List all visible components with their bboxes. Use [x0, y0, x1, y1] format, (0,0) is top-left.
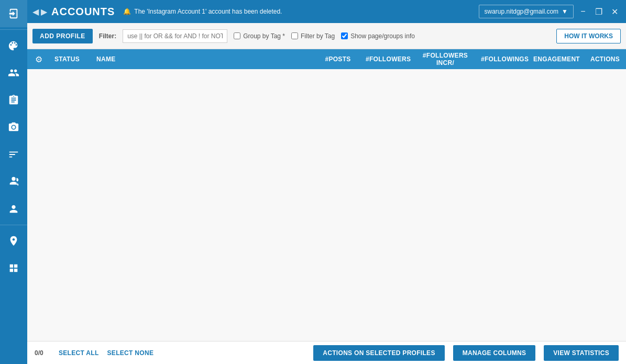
- topbar: ◀ ▶ ACCOUNTS 🔔 The 'Instagram Account 1'…: [27, 0, 626, 23]
- sidebar-divider-2: [0, 225, 27, 225]
- sidebar-item-clipboard[interactable]: [0, 86, 27, 114]
- nav-arrows: ◀ ▶: [32, 7, 47, 17]
- bell-icon: 🔔: [123, 8, 131, 15]
- notification-text: The 'Instagram Account 1' account has be…: [134, 8, 282, 15]
- th-engagement: ENGAGEMENT: [529, 56, 584, 63]
- close-button[interactable]: ✕: [608, 5, 621, 18]
- filter-by-tag-label: Filter by Tag: [301, 32, 335, 40]
- sidebar: [0, 0, 27, 364]
- show-page-groups-label: Show page/groups info: [350, 32, 415, 40]
- th-actions: ACTIONS: [584, 56, 626, 63]
- th-name: NAME: [92, 56, 314, 63]
- show-page-groups-checkbox-group[interactable]: Show page/groups info: [341, 32, 415, 40]
- sidebar-item-grid[interactable]: [0, 255, 27, 282]
- sidebar-divider-1: [0, 29, 27, 30]
- how-it-works-button[interactable]: HOW IT WORKS: [556, 29, 621, 43]
- page-title: ACCOUNTS: [51, 6, 115, 18]
- manage-columns-button[interactable]: MANAGE COLUMNS: [453, 345, 536, 361]
- filter-label: Filter:: [99, 32, 116, 40]
- th-posts: #POSTS: [314, 56, 361, 63]
- settings-icon[interactable]: ⚙: [27, 54, 50, 64]
- select-all-button[interactable]: SELECT ALL: [59, 349, 99, 357]
- nav-back-arrow[interactable]: ◀: [32, 7, 39, 17]
- sidebar-item-camera[interactable]: [0, 114, 27, 141]
- show-page-groups-checkbox[interactable]: [341, 32, 348, 39]
- dropdown-arrow-icon: ▼: [562, 8, 568, 15]
- actions-on-selected-button[interactable]: ACTIONS ON SELECTED PROFILES: [313, 345, 444, 361]
- minimize-button[interactable]: −: [577, 5, 589, 18]
- th-followers-incr: #FOLLOWERS INCR/: [414, 52, 477, 67]
- table-body: [27, 69, 626, 341]
- filter-by-tag-checkbox[interactable]: [291, 32, 298, 39]
- topbar-right: swarup.nitdgp@gmail.com ▼ − ❐ ✕: [479, 5, 621, 18]
- restore-button[interactable]: ❐: [592, 5, 605, 18]
- sidebar-item-list[interactable]: [0, 141, 27, 168]
- user-dropdown[interactable]: swarup.nitdgp@gmail.com ▼: [479, 5, 574, 18]
- user-email: swarup.nitdgp@gmail.com: [485, 8, 559, 15]
- notification-area: 🔔 The 'Instagram Account 1' account has …: [123, 8, 478, 15]
- group-by-tag-checkbox-group[interactable]: Group by Tag *: [234, 32, 285, 40]
- group-by-tag-label: Group by Tag *: [243, 32, 285, 40]
- sidebar-item-accounts[interactable]: [0, 195, 27, 223]
- pagination-info: 0/0: [35, 349, 50, 357]
- sidebar-item-palette[interactable]: [0, 32, 27, 59]
- sidebar-item-sign-in[interactable]: [0, 0, 27, 27]
- sidebar-item-influencers[interactable]: [0, 168, 27, 195]
- toolbar: ADD PROFILE Filter: Group by Tag * Filte…: [27, 23, 626, 49]
- filter-by-tag-checkbox-group[interactable]: Filter by Tag: [291, 32, 335, 40]
- nav-forward-arrow[interactable]: ▶: [41, 7, 47, 17]
- select-none-button[interactable]: SELECT NONE: [107, 349, 154, 357]
- add-profile-button[interactable]: ADD PROFILE: [32, 29, 93, 43]
- th-followers: #FOLLOWERS: [361, 56, 414, 63]
- table-header: ⚙ STATUS NAME #POSTS #FOLLOWERS #FOLLOWE…: [27, 49, 626, 69]
- sidebar-item-pin[interactable]: [0, 227, 27, 255]
- th-status: STATUS: [50, 56, 92, 63]
- group-by-tag-checkbox[interactable]: [234, 32, 240, 39]
- sidebar-item-contacts[interactable]: [0, 59, 27, 86]
- filter-input[interactable]: [123, 29, 227, 43]
- main-content: ◀ ▶ ACCOUNTS 🔔 The 'Instagram Account 1'…: [27, 0, 626, 364]
- bottom-bar: 0/0 SELECT ALL SELECT NONE ACTIONS ON SE…: [27, 341, 626, 364]
- view-statistics-button[interactable]: VIEW STATISTICS: [544, 345, 619, 361]
- th-followings: #FOLLOWINGS: [477, 56, 529, 63]
